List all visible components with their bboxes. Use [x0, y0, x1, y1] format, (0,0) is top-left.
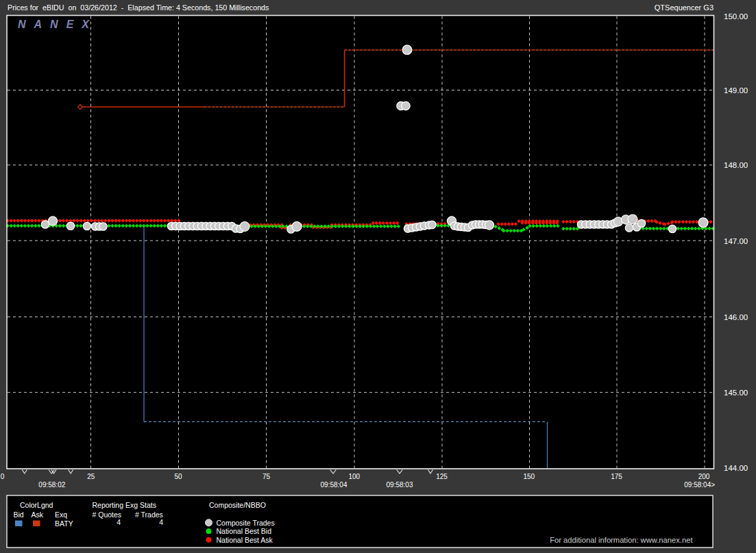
svg-text:149.00: 149.00	[724, 86, 748, 95]
svg-text:146.00: 146.00	[724, 313, 748, 321]
svg-text:125: 125	[436, 473, 448, 480]
svg-text:75: 75	[263, 473, 271, 480]
svg-text:National Best Bid: National Best Bid	[217, 527, 272, 535]
svg-text:147.00: 147.00	[724, 237, 748, 245]
svg-text:09:58:04: 09:58:04	[321, 481, 347, 489]
svg-text:175: 175	[611, 473, 622, 480]
svg-text:Composite/NBBO: Composite/NBBO	[209, 501, 266, 509]
svg-text:09:58:04>: 09:58:04>	[684, 481, 715, 489]
svg-text:4: 4	[159, 518, 163, 526]
svg-text:Prices for eBIDU on 03/26/2: Prices for eBIDU on 03/26/2012 - Elapsed…	[8, 3, 269, 12]
svg-text:200: 200	[698, 473, 710, 480]
svg-text:4: 4	[117, 518, 121, 526]
svg-text:100: 100	[348, 473, 360, 480]
svg-text:09:58:02: 09:58:02	[38, 481, 65, 489]
svg-text:145.00: 145.00	[724, 389, 748, 397]
svg-text:50: 50	[174, 473, 182, 480]
svg-text:148.00: 148.00	[724, 161, 748, 169]
svg-text:09:58:03: 09:58:03	[387, 481, 413, 489]
svg-text:For additional information: ww: For additional information: www.nanex.ne…	[550, 536, 693, 544]
svg-text:150: 150	[523, 473, 535, 480]
svg-text:ColorLgnd: ColorLgnd	[20, 501, 53, 509]
svg-text:NANEX: NANEX	[18, 19, 97, 30]
svg-text:Exq: Exq	[55, 511, 67, 519]
svg-text:25: 25	[87, 473, 95, 480]
svg-text:144.00: 144.00	[724, 464, 748, 472]
svg-text:Composite Trades: Composite Trades	[217, 519, 275, 527]
svg-text:QTSequencer G3: QTSequencer G3	[655, 3, 714, 12]
svg-text:BATY: BATY	[55, 519, 73, 528]
svg-text:Bid: Bid	[14, 511, 24, 519]
svg-text:150.00: 150.00	[724, 12, 748, 21]
svg-text:Reporting Exg Stats: Reporting Exg Stats	[93, 501, 156, 509]
svg-text:0: 0	[1, 473, 5, 480]
svg-text:National Best Ask: National Best Ask	[217, 536, 273, 544]
svg-text:Ask: Ask	[32, 511, 44, 519]
